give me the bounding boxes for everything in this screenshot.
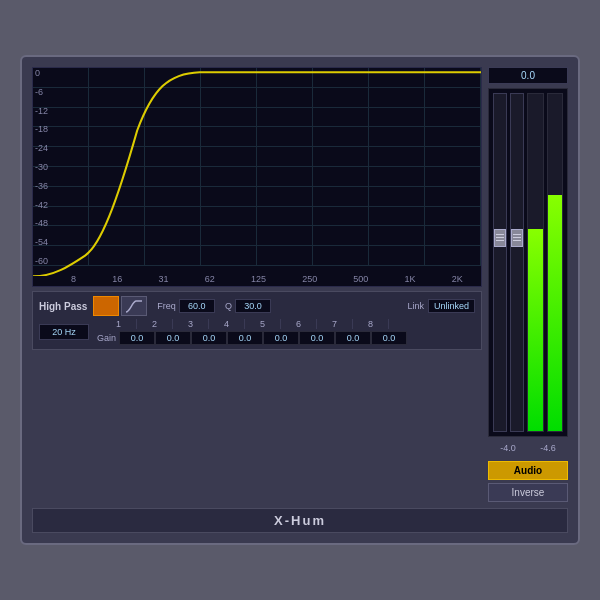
main-area: 0 -6 -12 -18 -24 -30 -36 -42 -48 -54 -60 <box>32 67 568 502</box>
freq-label: Freq <box>157 301 176 311</box>
band-numbers: 1 2 3 4 5 6 7 8 <box>101 319 407 329</box>
meter-section: 0.0 <box>488 67 568 502</box>
q-display[interactable]: 30.0 <box>235 299 271 313</box>
gain-label: Gain <box>97 333 116 343</box>
thumb-line <box>513 237 521 238</box>
controls-row2: 20 Hz 1 2 3 4 5 6 7 8 Ga <box>39 319 475 345</box>
freq-label-250: 250 <box>302 274 317 284</box>
eq-curve <box>33 68 481 276</box>
level-labels: -4.0 -4.6 <box>488 443 568 453</box>
inverse-button[interactable]: Inverse <box>488 483 568 502</box>
left-meter-fill <box>528 229 543 431</box>
thumb-line <box>496 234 504 235</box>
right-slider-thumb[interactable] <box>511 229 523 247</box>
thumb-line <box>513 234 521 235</box>
band-num-1: 1 <box>101 319 137 329</box>
band-num-6: 6 <box>281 319 317 329</box>
q-param-group: Q 30.0 <box>225 299 271 313</box>
link-area: Link Unlinked <box>407 299 475 313</box>
freq-labels: 8 16 31 62 125 250 500 1K 2K <box>53 274 481 284</box>
freq-label-16: 16 <box>112 274 122 284</box>
filter-buttons <box>93 296 147 316</box>
left-slider-thumb[interactable] <box>494 229 506 247</box>
gain-val-5[interactable]: 0.0 <box>263 331 299 345</box>
gain-val-7[interactable]: 0.0 <box>335 331 371 345</box>
plugin-name: X-Hum <box>32 508 568 533</box>
controls-area: High Pass <box>32 291 482 350</box>
left-slider[interactable] <box>493 93 507 432</box>
band-num-3: 3 <box>173 319 209 329</box>
freq-param-group: Freq 60.0 <box>157 299 215 313</box>
right-meter <box>547 93 564 432</box>
left-level-label: -4.0 <box>488 443 528 453</box>
thumb-line <box>513 240 521 241</box>
freq-label-8: 8 <box>71 274 76 284</box>
svg-rect-0 <box>98 308 114 312</box>
right-slider[interactable] <box>510 93 524 432</box>
gain-val-3[interactable]: 0.0 <box>191 331 227 345</box>
band-num-8: 8 <box>353 319 389 329</box>
freq-display[interactable]: 60.0 <box>179 299 215 313</box>
freq-label-2k: 2K <box>452 274 463 284</box>
section-label: High Pass <box>39 301 87 312</box>
freq-label-31: 31 <box>159 274 169 284</box>
freq-label-62: 62 <box>205 274 215 284</box>
level-display: 0.0 <box>488 67 568 84</box>
gain-val-2[interactable]: 0.0 <box>155 331 191 345</box>
plugin-container: 0 -6 -12 -18 -24 -30 -36 -42 -48 -54 -60 <box>20 55 580 545</box>
freq-label-1k: 1K <box>405 274 416 284</box>
left-meter <box>527 93 544 432</box>
band-num-5: 5 <box>245 319 281 329</box>
freq-label-500: 500 <box>353 274 368 284</box>
freq-button[interactable]: 20 Hz <box>39 324 89 340</box>
eq-display: 0 -6 -12 -18 -24 -30 -36 -42 -48 -54 -60 <box>32 67 482 287</box>
filter-btn-highpass[interactable] <box>121 296 147 316</box>
controls-row1: High Pass <box>39 296 475 316</box>
thumb-line <box>496 237 504 238</box>
freq-label-125: 125 <box>251 274 266 284</box>
right-meter-fill <box>548 195 563 431</box>
filter-btn-shelf[interactable] <box>93 296 119 316</box>
right-level-label: -4.6 <box>528 443 568 453</box>
audio-button[interactable]: Audio <box>488 461 568 480</box>
gain-val-8[interactable]: 0.0 <box>371 331 407 345</box>
eq-section: 0 -6 -12 -18 -24 -30 -36 -42 -48 -54 -60 <box>32 67 482 502</box>
band-num-2: 2 <box>137 319 173 329</box>
q-label: Q <box>225 301 232 311</box>
gain-val-1[interactable]: 0.0 <box>119 331 155 345</box>
gain-values: 0.0 0.0 0.0 0.0 0.0 0.0 0.0 0.0 <box>119 331 407 345</box>
gain-val-6[interactable]: 0.0 <box>299 331 335 345</box>
thumb-line <box>496 240 504 241</box>
link-value-display[interactable]: Unlinked <box>428 299 475 313</box>
band-num-7: 7 <box>317 319 353 329</box>
gain-val-4[interactable]: 0.0 <box>227 331 263 345</box>
audio-inverse-section: Audio Inverse <box>488 461 568 502</box>
link-label: Link <box>407 301 424 311</box>
band-num-4: 4 <box>209 319 245 329</box>
